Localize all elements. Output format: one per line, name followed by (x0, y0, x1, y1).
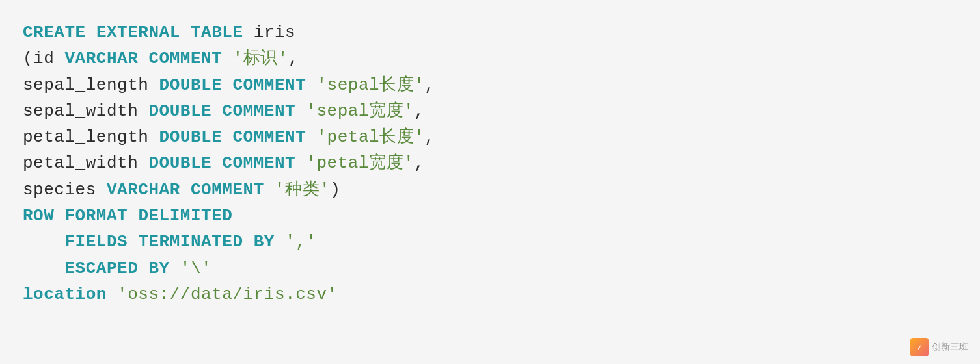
plain-token (295, 101, 306, 121)
keyword-token: FIELDS (65, 232, 128, 252)
watermark-text: 创新三班 (932, 341, 968, 353)
plain-token: , (414, 153, 424, 173)
keyword-token: COMMENT (222, 153, 295, 173)
string-token: '标识' (232, 49, 288, 68)
plain-token: , (424, 127, 435, 147)
code-line-line8: ROW FORMAT DELIMITED (23, 203, 957, 229)
keyword-token: location (23, 285, 107, 304)
string-token: 'petal宽度' (306, 153, 414, 173)
string-token: 'petal长度' (316, 127, 424, 147)
string-token: 'sepal宽度' (306, 101, 414, 121)
plain-token (222, 49, 232, 68)
keyword-token: VARCHAR (107, 180, 180, 200)
code-line-line11: location 'oss://data/iris.csv' (23, 281, 957, 307)
keyword-token: ROW (23, 206, 54, 226)
keyword-token: COMMENT (232, 75, 306, 95)
keyword-token: DOUBLE (159, 127, 223, 147)
plain-token (180, 180, 191, 200)
keyword-token: DOUBLE (148, 101, 211, 121)
plain-token: iris (243, 23, 296, 42)
string-token: 'sepal长度' (316, 75, 424, 95)
watermark-icon: ✓ (910, 338, 929, 356)
plain-token: species (23, 180, 107, 200)
keyword-token: BY (254, 232, 275, 252)
code-line-line1: CREATE EXTERNAL TABLE iris (23, 20, 957, 46)
plain-token (264, 180, 275, 200)
plain-token: sepal_width (23, 101, 148, 121)
plain-token: , (424, 75, 435, 95)
plain-token (306, 75, 316, 95)
plain-token (86, 23, 96, 42)
plain-token: ) (330, 180, 340, 200)
code-line-line3: sepal_length DOUBLE COMMENT 'sepal长度', (23, 72, 957, 98)
plain-token (138, 259, 148, 278)
code-line-line6: petal_width DOUBLE COMMENT 'petal宽度', (23, 150, 957, 176)
keyword-token: ESCAPED (65, 259, 139, 278)
plain-token (23, 259, 65, 278)
code-line-line5: petal_length DOUBLE COMMENT 'petal长度', (23, 124, 957, 150)
code-block: CREATE EXTERNAL TABLE iris(id VARCHAR CO… (23, 20, 957, 307)
plain-token: petal_length (23, 127, 159, 147)
plain-token (54, 206, 64, 226)
plain-token (170, 259, 180, 278)
plain-token (107, 285, 117, 304)
plain-token: petal_width (23, 153, 148, 173)
code-line-line10: ESCAPED BY '\' (23, 255, 957, 281)
plain-token: , (288, 49, 299, 68)
string-token: 'oss://data/iris.csv' (117, 285, 338, 304)
plain-token (138, 49, 148, 68)
watermark: ✓ 创新三班 (910, 338, 968, 356)
string-token: '\' (180, 259, 211, 278)
keyword-token: COMMENT (148, 49, 222, 68)
keyword-token: DOUBLE (159, 75, 223, 95)
plain-token (128, 206, 138, 226)
keyword-token: DELIMITED (138, 206, 232, 226)
keyword-token: VARCHAR (65, 49, 139, 68)
keyword-token: BY (148, 259, 169, 278)
code-line-line9: FIELDS TERMINATED BY ',' (23, 229, 957, 255)
keyword-token: DOUBLE (148, 153, 211, 173)
plain-token (295, 153, 306, 173)
plain-token: sepal_length (23, 75, 159, 95)
plain-token (211, 153, 222, 173)
plain-token (222, 75, 232, 95)
plain-token (306, 127, 316, 147)
string-token: ',' (285, 232, 316, 252)
keyword-token: COMMENT (191, 180, 264, 200)
code-line-line4: sepal_width DOUBLE COMMENT 'sepal宽度', (23, 98, 957, 124)
plain-token (222, 127, 232, 147)
keyword-token: EXTERNAL (96, 23, 180, 42)
string-token: '种类' (275, 180, 330, 200)
keyword-token: TERMINATED (138, 232, 243, 252)
keyword-token: FORMAT (65, 206, 128, 226)
keyword-token: COMMENT (222, 101, 295, 121)
code-container: CREATE EXTERNAL TABLE iris(id VARCHAR CO… (0, 0, 980, 364)
plain-token (128, 232, 138, 252)
plain-token (275, 232, 285, 252)
plain-token (180, 23, 191, 42)
keyword-token: CREATE (23, 23, 86, 42)
keyword-token: COMMENT (232, 127, 306, 147)
keyword-token: TABLE (191, 23, 243, 42)
code-line-line2: (id VARCHAR COMMENT '标识', (23, 46, 957, 72)
plain-token: (id (23, 49, 65, 68)
plain-token (23, 232, 65, 252)
plain-token (211, 101, 222, 121)
code-line-line7: species VARCHAR COMMENT '种类') (23, 177, 957, 203)
plain-token (243, 232, 254, 252)
plain-token: , (414, 101, 424, 121)
